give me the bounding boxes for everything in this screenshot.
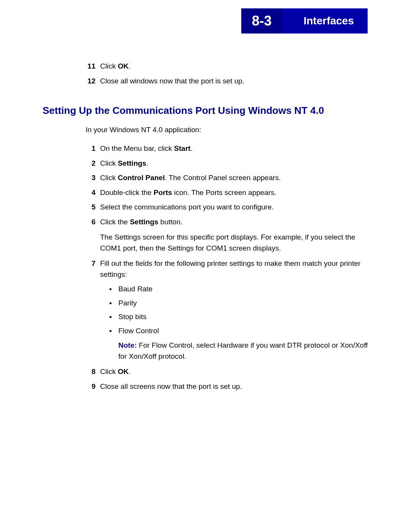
bullet-icon: • — [109, 326, 118, 337]
page-content: 11 Click OK. 12 Close all windows now th… — [43, 61, 370, 396]
bullet-item: • Stop bits — [109, 312, 370, 323]
step-number: 2 — [86, 158, 100, 169]
bullet-text: Parity — [118, 298, 137, 309]
step-text: Click the Settings button. — [100, 217, 370, 228]
step-text: Double-click the Ports icon. The Ports s… — [100, 187, 370, 198]
section-heading: Setting Up the Communications Port Using… — [43, 105, 370, 117]
step-number: 9 — [86, 381, 100, 392]
step-6: 6 Click the Settings button. — [86, 217, 370, 228]
bullet-item: • Parity — [109, 298, 370, 309]
page-number: 8-3 — [241, 8, 282, 34]
note-text: For Flow Control, select Hardware if you… — [118, 341, 368, 360]
step-3: 3 Click Control Panel. The Control Panel… — [86, 173, 370, 184]
step-7: 7 Fill out the fields for the following … — [86, 258, 370, 280]
step-number: 12 — [86, 76, 100, 87]
step-1: 1 On the Menu bar, click Start. — [86, 143, 370, 154]
bullet-item: • Flow Control — [109, 326, 370, 337]
step-11: 11 Click OK. — [86, 61, 370, 72]
step-6-paragraph: The Settings screen for this specific po… — [100, 232, 370, 254]
bullet-icon: • — [109, 298, 118, 309]
header-title: Interfaces — [282, 8, 368, 34]
numbered-list: 1 On the Menu bar, click Start. 2 Click … — [43, 143, 370, 392]
step-number: 8 — [86, 366, 100, 377]
step-text: Fill out the fields for the following pr… — [100, 258, 370, 280]
step-text: Click OK. — [100, 61, 370, 72]
intro-paragraph: In your Windows NT 4.0 application: — [86, 126, 370, 134]
bullet-icon: • — [109, 312, 118, 323]
step-12: 12 Close all windows now that the port i… — [86, 76, 370, 87]
step-8: 8 Click OK. — [86, 366, 370, 377]
step-number: 4 — [86, 187, 100, 198]
step-text: Close all windows now that the port is s… — [100, 76, 370, 87]
step-number: 11 — [86, 61, 100, 72]
step-5: 5 Select the communications port you wan… — [86, 202, 370, 213]
step-text: On the Menu bar, click Start. — [100, 143, 370, 154]
step-9: 9 Close all screens now that the port is… — [86, 381, 370, 392]
bullet-icon: • — [109, 284, 118, 295]
bullet-text: Baud Rate — [118, 284, 153, 295]
step-number: 5 — [86, 202, 100, 213]
step-number: 6 — [86, 217, 100, 228]
bullet-text: Flow Control — [118, 326, 159, 337]
step-text: Close all screens now that the port is s… — [100, 381, 370, 392]
step-2: 2 Click Settings. — [86, 158, 370, 169]
bullet-text: Stop bits — [118, 312, 147, 323]
step-number: 7 — [86, 258, 100, 280]
note-label: Note: — [118, 341, 137, 349]
step-text: Click Settings. — [100, 158, 370, 169]
step-text: Click OK. — [100, 366, 370, 377]
bullet-item: • Baud Rate — [109, 284, 370, 295]
header-banner: 8-3 Interfaces — [241, 8, 368, 34]
note: Note: For Flow Control, select Hardware … — [118, 340, 370, 362]
bullet-list: • Baud Rate • Parity • Stop bits • Flow … — [109, 284, 370, 336]
step-number: 1 — [86, 143, 100, 154]
top-steps: 11 Click OK. 12 Close all windows now th… — [43, 61, 370, 86]
step-number: 3 — [86, 173, 100, 184]
step-4: 4 Double-click the Ports icon. The Ports… — [86, 187, 370, 198]
step-text: Select the communications port you want … — [100, 202, 370, 213]
step-text: Click Control Panel. The Control Panel s… — [100, 173, 370, 184]
